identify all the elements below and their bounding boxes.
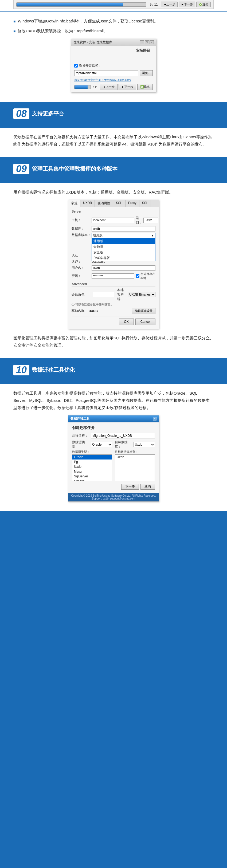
dialog-nav-buttons: ◄上一步 ►下一步 ❎退出 xyxy=(100,84,153,90)
username-label: 用户名： xyxy=(72,266,92,270)
section-10-number: 10 xyxy=(13,365,29,375)
source-item-oracle[interactable]: Oracle xyxy=(72,455,112,460)
driver-row: 驱动名称： UXDB 编辑驱动设置 xyxy=(72,308,155,314)
tab-general[interactable]: 常规 xyxy=(68,200,80,207)
version-row: 数据库版本： 通用版 ▼ 通用版 金融版 安全版 RAC集群版 xyxy=(72,233,155,238)
dialog-progress-row: / 11 ◄上一步 ►下一步 ❎退出 xyxy=(74,84,153,90)
section-08-heading: 08 支持更多平台 xyxy=(13,108,214,119)
save-password-label: 密码保存在本地 xyxy=(140,272,155,280)
database-input[interactable] xyxy=(92,226,155,231)
task-input[interactable] xyxy=(91,433,155,438)
edit-driver-button[interactable]: 编辑驱动设置 xyxy=(132,308,155,314)
port-input[interactable] xyxy=(143,218,158,223)
username-row: 用户名： xyxy=(72,266,155,271)
install-dialog: 优炫软件 - 安装 优炫数据库 - □ × 安装路径 选择安装路径： 浏 xyxy=(71,39,156,92)
source-item-uxdb[interactable]: Uxdb xyxy=(72,464,112,469)
database-label: 数据库： xyxy=(72,226,92,231)
bullet-text-1: Windows下增加GetwinInfo.bat脚本，方便生成Json文件，获取… xyxy=(18,18,158,25)
db-version-dialog: 常规 UXDB 驱动属性 SSH Proxy SSL Server 主机： 端口… xyxy=(68,200,159,329)
tab-driver[interactable]: 驱动属性 xyxy=(95,200,113,207)
version-dropdown-list: 通用版 金融版 安全版 RAC集群版 xyxy=(92,238,155,261)
cancel-button[interactable]: Cancel xyxy=(135,318,155,325)
version-option-0[interactable]: 通用版 xyxy=(92,239,155,244)
progress-bar-section: 9 / 11 ◄上一步 ►下一步 ❎退出 xyxy=(13,0,214,9)
driver-value: UXDB xyxy=(89,309,98,313)
install-section-label: 安装路径 xyxy=(74,48,153,53)
migration-titlebar: 数据迁移工具 × xyxy=(68,415,159,423)
task-name-row: 迁移名称： xyxy=(72,433,155,438)
version-selected: 通用版 xyxy=(93,233,151,238)
next-step-button[interactable]: 下一步 xyxy=(121,484,139,490)
username-input[interactable] xyxy=(92,266,155,271)
auth-label: 认证 xyxy=(72,253,92,258)
ok-button[interactable]: OK xyxy=(119,318,133,325)
migration-close-button[interactable]: × xyxy=(153,417,157,421)
bullets-section: ■ Windows下增加GetwinInfo.bat脚本，方便生成Json文件，… xyxy=(0,12,227,102)
auth2-label: 认证： xyxy=(72,259,92,264)
version-option-3[interactable]: RAC集群版 xyxy=(92,255,155,261)
section-08-header: 08 支持更多平台 xyxy=(0,102,227,128)
target-item-uxdb[interactable]: Uxdb xyxy=(115,455,155,460)
database-row: 数据库： xyxy=(72,226,155,231)
close-button[interactable]: × xyxy=(150,40,154,44)
section-09-extra-text: 图形化管理工具将提供更丰富的管理功能，如图形化展示SQL执行计划、存储过程调试，… xyxy=(13,334,214,349)
version-dropdown: 通用版 ▼ 通用版 金融版 安全版 RAC集群版 xyxy=(92,233,155,238)
dialog-prev-button[interactable]: ◄上一步 xyxy=(100,84,118,90)
source-col-label: 数据源类型： xyxy=(72,450,112,454)
prev-step-button[interactable]: ◄上一步 xyxy=(161,2,177,7)
save-password-checkbox[interactable] xyxy=(136,274,139,278)
target-col-label: 目标数据库类型： xyxy=(115,450,155,454)
bullet-text-2: 修改UXDB默认安装路径，改为：/opt/uxdbinstall。 xyxy=(18,28,108,34)
progress-fill xyxy=(17,3,123,6)
driver-label: 驱动名称： xyxy=(72,309,88,313)
tab-proxy[interactable]: Proxy xyxy=(126,200,139,207)
role-row: 会话角色： 本地客户端： UXDB Binaries xyxy=(72,288,155,302)
password-label: 密码： xyxy=(72,274,92,278)
section-09-content: 用户根据实际情况选择相应的UXDB版本，包括：通用版、金融版、安全版、RAC集群… xyxy=(0,183,227,358)
source-item-mysql[interactable]: Mysql xyxy=(72,469,112,474)
target-select[interactable]: Uxdb xyxy=(133,442,155,447)
section-08-number: 08 xyxy=(13,108,29,119)
checkbox-label: 选择安装路径： xyxy=(79,64,101,68)
version-label: 数据库版本： xyxy=(72,233,92,237)
save-password-row: 密码保存在本地 xyxy=(136,272,155,280)
role-input[interactable] xyxy=(93,292,114,297)
path-input[interactable] xyxy=(74,70,138,76)
minimize-button[interactable]: - xyxy=(140,40,144,44)
next-step-button[interactable]: ►下一步 xyxy=(179,2,195,7)
titlebar-buttons: - □ × xyxy=(140,40,154,44)
section-08-text: 优炫数据库在国产平台的兼容和支持方面做了大量工作。本次发布除了以Windows和… xyxy=(13,133,214,148)
target-label: 目标数据库： xyxy=(115,440,133,449)
top-section: 9 / 11 ◄上一步 ►下一步 ❎退出 xyxy=(0,0,227,12)
cancel-migration-button[interactable]: 取消 xyxy=(140,484,155,490)
official-link[interactable]: 访问优炫软件官方主页：http://www.uxsino.com/ xyxy=(74,78,153,82)
dialog-exit-button[interactable]: ❎退出 xyxy=(137,84,153,90)
source-item-sybase[interactable]: Sybase xyxy=(72,479,112,481)
exit-button[interactable]: ❎退出 xyxy=(196,2,211,7)
tab-uxdb[interactable]: UXDB xyxy=(80,200,95,207)
password-input[interactable] xyxy=(92,273,134,279)
dialog-next-button[interactable]: ►下一步 xyxy=(119,84,136,90)
tab-ssh[interactable]: SSH xyxy=(113,200,126,207)
dialog-bottom-buttons: OK Cancel xyxy=(72,316,155,326)
maximize-button[interactable]: □ xyxy=(145,40,149,44)
version-option-2[interactable]: 安全版 xyxy=(92,250,155,255)
source-item-sqlserver[interactable]: SqlServer xyxy=(72,474,112,479)
host-input[interactable] xyxy=(92,218,134,223)
install-dialog-titlebar: 优炫软件 - 安装 优炫数据库 - □ × xyxy=(71,39,156,46)
tab-ssl[interactable]: SSL xyxy=(139,200,151,207)
bullet-item-1: ■ Windows下增加GetwinInfo.bat脚本，方便生成Json文件，… xyxy=(13,18,214,25)
version-option-1[interactable]: 金融版 xyxy=(92,244,155,250)
migration-buttons: 下一步 取消 xyxy=(72,484,155,490)
local-client-select[interactable]: UXDB Binaries xyxy=(128,292,155,297)
host-row: 主机： 端口： xyxy=(72,216,155,225)
password-row: 密码： 密码保存在本地 xyxy=(72,272,155,280)
migration-dialog: 数据迁移工具 × 创建迁移任务 迁移名称： 数据源类型： Or xyxy=(68,415,159,502)
source-item-pg[interactable]: Pg xyxy=(72,460,112,464)
source-select[interactable]: Oracle xyxy=(91,442,112,447)
migration-dialog-title: 数据迁移工具 xyxy=(70,416,90,421)
browse-button[interactable]: 浏览... xyxy=(140,70,153,76)
install-checkbox[interactable] xyxy=(74,64,78,67)
version-select-display[interactable]: 通用版 ▼ xyxy=(92,233,155,238)
chevron-down-icon: ▼ xyxy=(151,234,154,237)
